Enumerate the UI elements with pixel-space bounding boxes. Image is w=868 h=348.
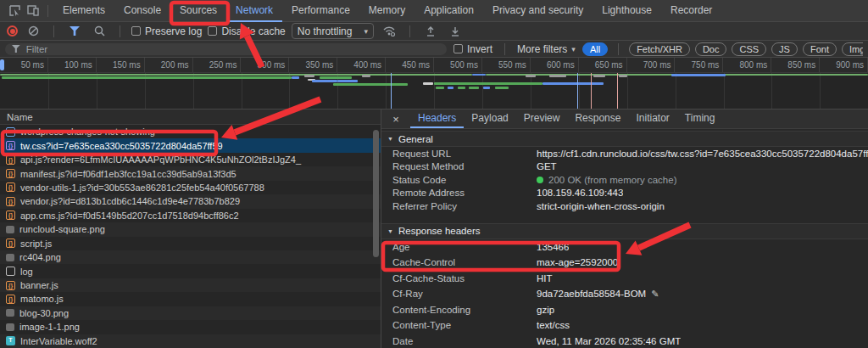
request-row[interactable]: {}banner.js [0,278,381,292]
close-icon[interactable]: × [388,113,403,126]
tab-elements[interactable]: Elements [53,0,114,22]
search-icon[interactable] [90,23,108,40]
waterfall-bar [448,87,453,89]
disable-cache-checkbox[interactable]: Disable cache [208,25,285,37]
filter-funnel-icon[interactable] [65,23,84,40]
device-toolbar-icon[interactable] [24,3,42,20]
header-value: gzip [537,305,554,315]
network-overview[interactable] [0,73,868,109]
panel-tabs: ElementsConsoleSourcesNetworkPerformance… [53,0,721,22]
invert-label: Invert [467,43,492,55]
invert-checkbox[interactable]: Invert [453,43,492,55]
tab-console[interactable]: Console [114,0,170,22]
chip-fetch-xhr[interactable]: Fetch/XHR [629,42,690,56]
network-conditions-icon[interactable] [380,23,398,40]
header-name: Date [392,336,537,346]
request-row[interactable]: {}vendor.js?id=d813b1cdb6c1446c1d9e4e778… [0,194,381,208]
section-header[interactable]: ▼General [381,131,868,147]
header-name: Cache-Control [392,257,537,267]
chip-css[interactable]: CSS [732,42,766,56]
request-row[interactable]: rc404.png [0,250,381,264]
request-row[interactable]: runcloud-square.png [0,222,381,236]
ruler-tick: 900 ms [820,58,868,72]
tab-network[interactable]: Network [226,0,282,22]
request-row[interactable]: ≡wordpress-changes-not-showing [0,125,381,138]
request-row[interactable]: {}matomo.js [0,292,381,306]
header-name: Content-Encoding [392,305,537,315]
tab-memory[interactable]: Memory [359,0,415,22]
request-row[interactable]: image-1-1.png [0,320,381,334]
request-row[interactable]: {}app.cms.js?id=f0d5149b5d207cc1d7518d94… [0,209,381,222]
request-row[interactable]: {}manifest.js?id=f06df1eb3fcc19a1cc39d5a… [0,166,381,180]
ruler-tick: 300 ms [241,58,289,72]
detail-tab-headers[interactable]: Headers [410,109,464,128]
export-har-icon[interactable] [446,23,465,40]
throttling-select[interactable]: No throttling ▾ [292,23,374,39]
overview-handle[interactable] [0,59,4,70]
header-value: 9da72aebfda58584-BOM✎ [537,289,659,300]
waterfall-bar [2,76,292,79]
request-name: manifest.js?id=f06df1eb3fcc19a1cc39d5ab9… [20,169,236,179]
headers-sections: ▼GeneralRequest URLhttps://cf1.cdn.runcl… [381,129,868,348]
scrollbar-thumb[interactable] [373,130,379,257]
chip-font[interactable]: Font [803,42,837,56]
request-name: image-1-1.png [19,322,80,332]
detail-tab-response[interactable]: Response [567,109,628,128]
header-value: 108.159.46.109:443 [537,188,623,198]
clear-icon[interactable] [24,23,42,40]
chevron-down-icon: ▾ [364,27,368,36]
request-name: banner.js [20,280,58,290]
detail-tab-timing[interactable]: Timing [677,109,723,128]
status-text: 200 OK (from memory cache) [548,175,676,185]
js-file-icon: {} [6,210,15,220]
js-file-icon: {} [6,155,15,165]
detail-tab-payload[interactable]: Payload [464,109,515,128]
header-row: Request URLhttps://cf1.cdn.runcloud.io/c… [381,147,868,160]
header-value: max-age=2592000 [537,257,618,267]
section-header[interactable]: ▼Response headers [381,223,868,239]
ruler-tick: 50 ms [0,58,48,72]
request-row[interactable]: {}api.js?render=6LfmMcIUAAAAAPqWPbHNC4K5… [0,153,381,166]
tab-performance[interactable]: Performance [282,0,359,22]
detail-tab-preview[interactable]: Preview [516,109,568,128]
header-row: Content-Encodinggzip [381,302,868,318]
inspect-element-icon[interactable] [5,3,24,20]
ruler-tick: 550 ms [482,58,531,72]
header-name: Request URL [392,149,537,159]
more-filters-button[interactable]: More filters ▾ [517,43,576,55]
tab-recorder[interactable]: Recorder [661,0,721,22]
request-row[interactable]: {}script.js [0,237,381,250]
waterfall-bar [312,80,337,82]
request-row[interactable]: log [0,264,381,278]
filter-input[interactable] [25,43,440,55]
detail-tab-initiator[interactable]: Initiator [628,109,676,128]
ruler-tick: 450 ms [386,58,434,72]
tab-application[interactable]: Application [415,0,483,22]
ruler-tick: 700 ms [627,58,676,72]
header-value: GET [537,161,557,171]
ruler-tick: 750 ms [675,58,723,72]
disclosure-triangle-icon: ▼ [387,228,393,234]
name-column-header[interactable]: Name [0,109,381,125]
chip-js[interactable]: JS [771,42,798,56]
edit-pencil-icon[interactable]: ✎ [651,289,659,300]
chip-doc[interactable]: Doc [695,42,727,56]
request-row[interactable]: {}vendor-utils-1.js?id=30b553ae86281c25f… [0,181,381,194]
chip-all[interactable]: All [582,42,608,56]
preserve-log-checkbox[interactable]: Preserve log [131,25,202,37]
tab-sources[interactable]: Sources [170,0,226,22]
record-icon[interactable] [7,25,18,36]
header-name: Cf-Ray [392,289,537,299]
waterfall-bar [0,74,472,76]
request-row[interactable]: {}tw.css?id=7e635cea330cc5035722d804da57… [0,138,381,152]
grid-line [820,73,821,109]
tab-privacy-and-security[interactable]: Privacy and security [483,0,593,22]
header-row: Request MethodGET [381,160,868,174]
request-row[interactable]: blog-30.png [0,306,381,320]
request-row[interactable]: TInterVariable.woff2 [0,334,381,348]
header-value: 135466 [537,242,569,252]
import-har-icon[interactable] [421,23,440,40]
chip-img[interactable]: Img [842,42,863,56]
tab-lighthouse[interactable]: Lighthouse [593,0,661,22]
grid-line [579,73,580,109]
